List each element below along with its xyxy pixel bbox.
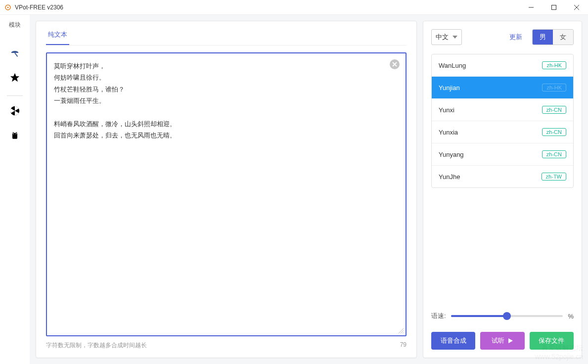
gender-toggle: 男 女 [532, 29, 574, 45]
voice-tag: zh-HK [542, 61, 566, 69]
voice-tag: zh-CN [542, 150, 566, 158]
save-file-button[interactable]: 保存文件 [530, 332, 574, 350]
sidebar-item-android[interactable] [5, 126, 25, 145]
voice-name: Yunjian [439, 84, 460, 91]
app-icon [4, 3, 12, 11]
sidebar-label: 模块 [9, 21, 21, 29]
clear-text-button[interactable] [390, 59, 400, 69]
title-bar: VPot-FREE v2306 [0, 0, 588, 15]
svg-point-1 [7, 6, 9, 8]
voice-tag: zh-CN [542, 106, 566, 114]
window-title: VPot-FREE v2306 [15, 4, 520, 11]
voice-list: WanLung zh-HK Yunjian zh-HK Yunxi zh-CN … [431, 54, 574, 188]
voice-item-yunxia[interactable]: Yunxia zh-CN [432, 121, 573, 143]
voice-item-yunjhe[interactable]: YunJhe zh-TW [432, 166, 573, 187]
voice-name: YunJhe [439, 173, 460, 181]
voice-tag: zh-TW [542, 173, 566, 181]
gender-female-button[interactable]: 女 [553, 30, 573, 45]
tab-row: 纯文本 [46, 27, 407, 46]
speed-unit: % [568, 313, 574, 320]
close-button[interactable] [565, 0, 588, 15]
voice-name: Yunxia [439, 129, 458, 136]
tab-plain-text[interactable]: 纯文本 [46, 27, 69, 45]
svg-line-10 [13, 132, 14, 133]
synthesize-button[interactable]: 语音合成 [431, 332, 475, 350]
voice-name: Yunyang [439, 151, 464, 158]
voice-panel: 中文 更新 男 女 WanLung zh-HK Yunjian zh-HK [423, 21, 582, 358]
sidebar-item-star[interactable] [5, 68, 25, 88]
language-selected: 中文 [436, 33, 449, 42]
voice-item-wanlung[interactable]: WanLung zh-HK [432, 54, 573, 77]
speed-label: 语速: [431, 312, 446, 320]
speed-slider[interactable] [451, 311, 563, 321]
char-count: 79 [400, 341, 407, 350]
hint-text: 字符数无限制，字数越多合成时间越长 [46, 341, 147, 350]
chevron-down-icon [452, 36, 457, 39]
text-input[interactable] [46, 52, 407, 336]
sidebar-divider [7, 95, 23, 96]
voice-item-yunjian[interactable]: Yunjian zh-HK [432, 77, 573, 99]
voice-name: WanLung [439, 62, 466, 69]
svg-point-9 [16, 134, 17, 135]
preview-button[interactable]: 试听 [480, 332, 524, 350]
voice-item-yunxi[interactable]: Yunxi zh-CN [432, 99, 573, 121]
window-controls [520, 0, 588, 15]
slider-thumb[interactable] [503, 312, 511, 320]
voice-name: Yunxi [439, 106, 454, 114]
text-panel: 纯文本 字符数无限制，字数越多合成时间越长 79 [36, 21, 417, 358]
svg-rect-3 [552, 5, 556, 9]
svg-point-8 [13, 134, 14, 135]
minimize-button[interactable] [520, 0, 543, 15]
gender-male-button[interactable]: 男 [533, 30, 553, 45]
preview-label: 试听 [492, 336, 504, 345]
slider-fill [451, 315, 507, 317]
language-select[interactable]: 中文 [431, 29, 462, 45]
maximize-button[interactable] [543, 0, 565, 15]
play-icon [507, 338, 513, 344]
update-link[interactable]: 更新 [509, 33, 522, 42]
svg-line-11 [16, 132, 17, 133]
sidebar: 模块 [0, 15, 30, 364]
sidebar-item-shutter[interactable] [5, 101, 25, 121]
voice-tag: zh-HK [542, 84, 566, 91]
voice-tag: zh-CN [542, 128, 566, 136]
sidebar-item-umbrella[interactable] [5, 43, 25, 63]
svg-line-6 [15, 53, 18, 56]
voice-item-yunyang[interactable]: Yunyang zh-CN [432, 143, 573, 166]
